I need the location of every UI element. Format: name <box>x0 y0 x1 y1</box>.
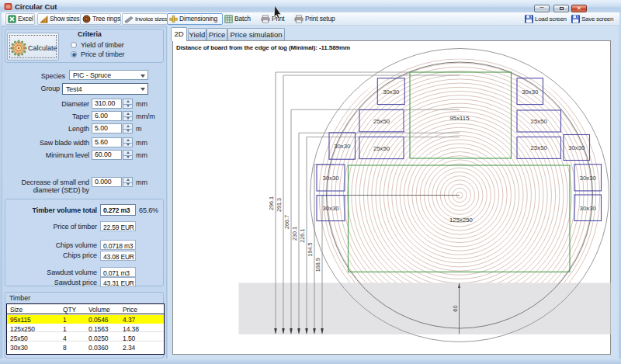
svg-text:30x30: 30x30 <box>334 143 351 150</box>
svg-text:25x50: 25x50 <box>531 144 548 151</box>
svg-text:168.9: 168.9 <box>314 258 321 272</box>
svg-text:25x50: 25x50 <box>373 118 390 125</box>
svg-text:25x50: 25x50 <box>373 145 390 152</box>
svg-text:226.1: 226.1 <box>299 229 306 243</box>
svg-text:30x30: 30x30 <box>580 175 597 182</box>
svg-text:30x30: 30x30 <box>522 88 539 95</box>
svg-text:291.3: 291.3 <box>276 198 283 212</box>
svg-text:296.1: 296.1 <box>268 196 275 210</box>
svg-text:125x250: 125x250 <box>449 217 474 224</box>
svg-text:25x50: 25x50 <box>531 118 548 125</box>
svg-text:Distance of board from the edg: Distance of board from the edge of log (… <box>176 44 350 51</box>
svg-text:30x30: 30x30 <box>383 88 400 95</box>
svg-text:194.5: 194.5 <box>307 242 314 256</box>
svg-text:30x30: 30x30 <box>580 205 597 212</box>
svg-text:95x115: 95x115 <box>449 115 470 122</box>
svg-text:30x30: 30x30 <box>568 144 585 151</box>
svg-text:60: 60 <box>452 305 459 311</box>
svg-text:266.7: 266.7 <box>283 215 290 229</box>
svg-text:30x30: 30x30 <box>322 205 339 212</box>
svg-text:30x30: 30x30 <box>322 175 339 182</box>
svg-text:230.1: 230.1 <box>291 227 298 241</box>
